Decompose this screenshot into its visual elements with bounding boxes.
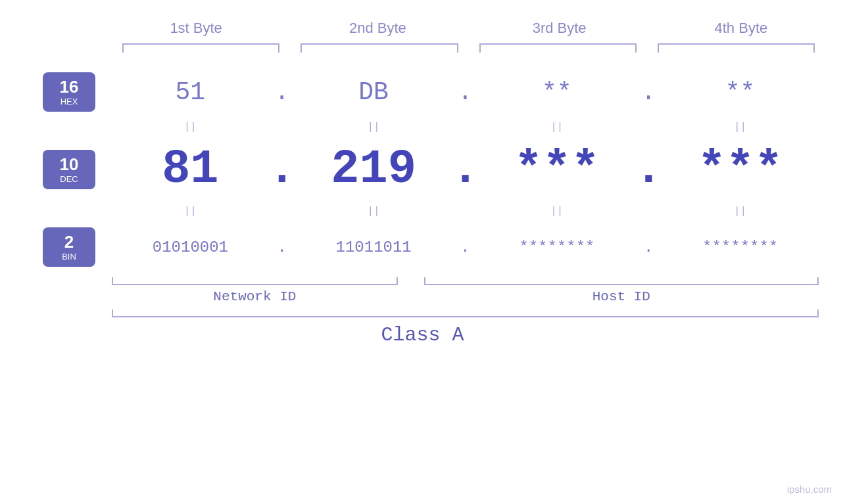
dec-byte3: *** <box>479 143 636 196</box>
bracket-byte2 <box>301 43 458 53</box>
bin-row: 2 BIN 01010001 . 11011011 . ******** <box>26 221 819 273</box>
bin-number: 2 <box>64 233 74 250</box>
dec-label-area: 10 DEC <box>26 150 112 189</box>
sep2-b1: || <box>112 206 269 218</box>
sep1-b1: || <box>112 122 269 133</box>
hex-label: HEX <box>60 97 78 106</box>
top-brackets <box>26 43 819 53</box>
dec-dot3: . <box>635 143 662 196</box>
bottom-section: Network ID Host ID Class A <box>26 277 819 346</box>
sep2-b4: || <box>662 206 819 218</box>
bracket-byte3 <box>479 43 637 53</box>
byte2-header: 2nd Byte <box>300 20 455 37</box>
bin-badge: 2 BIN <box>43 227 95 267</box>
bin-dot3: . <box>635 239 662 256</box>
hex-byte1: 51 <box>112 78 269 106</box>
bin-byte2: 11011011 <box>295 239 452 256</box>
hex-dot1: . <box>269 78 295 106</box>
sep1-b4: || <box>662 122 819 133</box>
dec-values: 81 . 219 . *** . *** <box>112 143 819 196</box>
bin-byte3: ******** <box>479 239 636 256</box>
class-section: Class A <box>26 309 819 346</box>
sep1-b2: || <box>295 122 452 133</box>
host-id-area: Host ID <box>424 277 819 304</box>
hex-dot2: . <box>452 78 479 106</box>
dec-dot1: . <box>269 143 295 196</box>
class-a-label: Class A <box>26 324 819 346</box>
hex-badge: 16 HEX <box>43 72 95 112</box>
sep2-values: || || || || <box>112 202 819 221</box>
byte-headers-row: 1st Byte 2nd Byte 3rd Byte 4th Byte <box>26 20 819 37</box>
class-bracket-line <box>112 309 819 317</box>
sep2: || || || || <box>26 202 819 221</box>
dec-byte1: 81 <box>112 143 269 196</box>
byte4-header: 4th Byte <box>664 20 819 37</box>
network-id-label: Network ID <box>112 289 398 304</box>
brackets-content: Network ID Host ID <box>112 277 819 304</box>
bin-values: 01010001 . 11011011 . ******** . <box>112 239 819 256</box>
hex-row: 16 HEX 51 . DB . ** <box>26 66 819 118</box>
dec-badge: 10 DEC <box>43 150 95 189</box>
dec-byte4: *** <box>662 143 819 196</box>
class-line-row <box>26 309 819 317</box>
bin-label: BIN <box>62 252 76 262</box>
dec-dot2: . <box>452 143 479 196</box>
dec-byte2: 219 <box>295 143 452 196</box>
bin-dot2: . <box>452 239 479 256</box>
main-container: 1st Byte 2nd Byte 3rd Byte 4th Byte 16 H… <box>0 0 845 504</box>
sep1-values: || || || || <box>112 118 819 137</box>
sep1-b3: || <box>479 122 636 133</box>
sep2-b3: || <box>479 206 636 218</box>
sep2-b2: || <box>295 206 452 218</box>
bottom-brackets-row: Network ID Host ID <box>26 277 819 304</box>
dec-number: 10 <box>60 156 79 173</box>
byte3-header: 3rd Byte <box>482 20 637 37</box>
bin-dot1: . <box>269 239 295 256</box>
network-id-line <box>112 277 398 285</box>
bracket-byte1 <box>122 43 279 53</box>
hex-dot3: . <box>635 78 662 106</box>
hex-byte4: ** <box>662 78 819 106</box>
host-id-label: Host ID <box>424 289 819 304</box>
hex-values: 51 . DB . ** . ** <box>112 78 819 106</box>
hex-label-area: 16 HEX <box>26 72 112 112</box>
byte1-header: 1st Byte <box>118 20 274 37</box>
dec-label: DEC <box>60 174 78 184</box>
dec-row: 10 DEC 81 . 219 . *** <box>26 137 819 202</box>
network-id-area: Network ID <box>112 277 398 304</box>
hex-byte2: DB <box>295 78 452 106</box>
host-id-line <box>424 277 819 285</box>
bin-label-area: 2 BIN <box>26 227 112 267</box>
sep1: || || || || <box>26 118 819 137</box>
watermark: ipshu.com <box>787 484 832 495</box>
bin-byte1: 01010001 <box>112 239 269 256</box>
rows-wrapper: 16 HEX 51 . DB . ** <box>26 66 819 346</box>
hex-byte3: ** <box>479 78 636 106</box>
bin-byte4: ******** <box>662 239 819 256</box>
hex-number: 16 <box>60 78 79 95</box>
bracket-byte4 <box>658 43 815 53</box>
